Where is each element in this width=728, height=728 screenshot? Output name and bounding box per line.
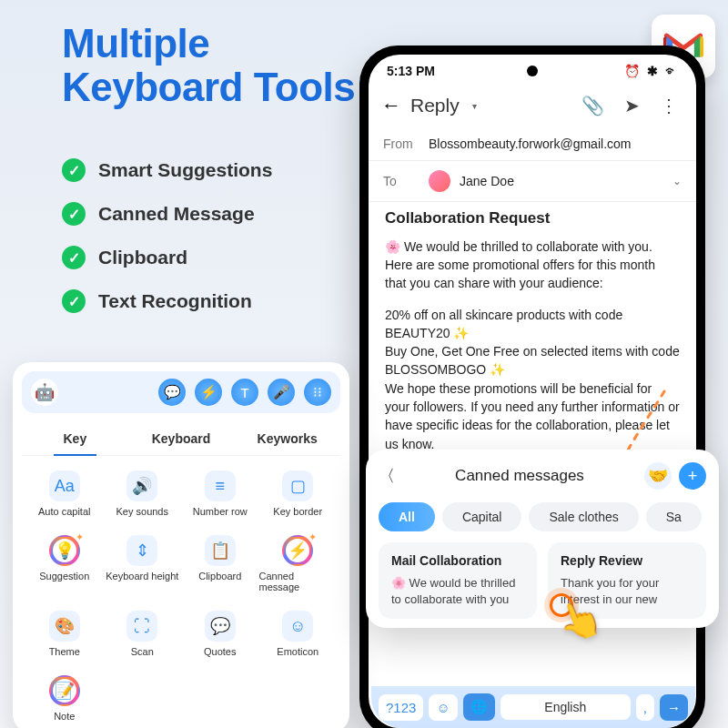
status-time: 5:13 PM xyxy=(387,64,435,78)
kb-tool-label: Scan xyxy=(131,646,154,657)
globe-key[interactable]: 🌐 xyxy=(463,693,495,721)
scan-icon: ⛶ xyxy=(126,611,157,642)
chat-icon[interactable]: 💬 xyxy=(158,379,186,406)
kb-tool-note[interactable]: 📝Note xyxy=(25,672,104,728)
number-row-icon: ≡ xyxy=(205,470,236,501)
check-icon xyxy=(62,289,86,313)
key-border-icon: ▢ xyxy=(282,470,313,501)
phone-camera-notch xyxy=(527,66,538,76)
keyboard-bottom-row: ?123 ☺ 🌐 English , → xyxy=(371,686,695,728)
robot-icon[interactable]: 🤖 xyxy=(31,379,58,406)
send-icon[interactable]: ➤ xyxy=(619,91,645,120)
chip-all[interactable]: All xyxy=(379,502,435,531)
text-icon[interactable]: T xyxy=(231,379,258,406)
keyboard-tools-grid: AaAuto capital🔊Key sounds≡Number row▢Key… xyxy=(22,456,340,728)
chip-sale-clothes[interactable]: Sale clothes xyxy=(529,502,638,531)
canned-cards: Mail Collaboration🌸 We would be thrilled… xyxy=(379,542,706,619)
auto-capital-icon: Aa xyxy=(49,470,80,501)
bullet-clipboard: Clipboard xyxy=(62,246,272,269)
kb-tool-label: Canned message xyxy=(259,571,338,592)
chip-sa[interactable]: Sa xyxy=(646,502,702,531)
feature-bullet-list: Smart Suggestions Canned Message Clipboa… xyxy=(62,158,272,313)
check-icon xyxy=(62,202,86,226)
kb-tool-canned-message[interactable]: ⚡Canned message xyxy=(259,531,338,602)
sparkle-icon xyxy=(76,531,84,543)
kb-tool-label: Key sounds xyxy=(116,506,168,517)
compose-app-bar: ← Reply ▾ 📎 ➤ ⋮ xyxy=(369,87,696,127)
emoji-key[interactable]: ☺ xyxy=(429,694,457,721)
kb-tool-key-border[interactable]: ▢Key border xyxy=(259,467,338,526)
grid-icon[interactable]: ⁝⁝ xyxy=(304,379,331,406)
kb-tool-label: Keyboard height xyxy=(106,571,178,581)
canned-message-icon: ⚡ xyxy=(282,535,313,566)
back-icon[interactable]: ← xyxy=(381,94,401,117)
canned-card[interactable]: Mail Collaboration🌸 We would be thrilled… xyxy=(379,542,537,619)
spacebar[interactable]: English xyxy=(500,694,631,720)
kb-tool-quotes[interactable]: 💬Quotes xyxy=(181,607,259,666)
wifi-icon: ᯤ xyxy=(665,64,678,78)
check-icon xyxy=(62,158,86,182)
kb-tool-theme[interactable]: 🎨Theme xyxy=(25,607,104,666)
canned-title: Canned messages xyxy=(402,467,637,485)
email-subject: Collaboration Request xyxy=(385,207,680,230)
bluetooth-icon: ✱ xyxy=(647,64,658,78)
add-button[interactable]: + xyxy=(679,462,706,490)
bullet-canned-message: Canned Message xyxy=(62,202,272,226)
tab-keyworks[interactable]: Keyworks xyxy=(234,422,340,455)
card-body: 🌸 We would be thrilled to collaborate wi… xyxy=(391,575,524,608)
canned-messages-panel: 〈 Canned messages 🤝 + AllCapitalSale clo… xyxy=(366,450,719,628)
keyboard-height-icon: ⇕ xyxy=(126,535,157,566)
alarm-icon: ⏰ xyxy=(624,64,640,78)
to-field[interactable]: To Jane Doe ⌄ xyxy=(369,160,696,202)
kb-tool-suggestion[interactable]: 💡Suggestion xyxy=(25,531,104,602)
hero-title: Multiple Keyboard Tools xyxy=(62,22,355,110)
bullet-smart-suggestions: Smart Suggestions xyxy=(62,158,272,182)
kb-tool-label: Emoticon xyxy=(277,646,318,657)
kb-tool-key-sounds[interactable]: 🔊Key sounds xyxy=(104,467,182,526)
theme-icon: 🎨 xyxy=(49,611,80,642)
chevron-down-icon[interactable]: ⌄ xyxy=(672,175,682,187)
tab-keyboard[interactable]: Keyboard xyxy=(128,422,235,455)
card-title: Mail Collaboration xyxy=(391,553,524,568)
card-title: Reply Review xyxy=(561,553,693,568)
kb-tool-clipboard[interactable]: 📋Clipboard xyxy=(181,531,259,602)
emoticon-icon: ☺ xyxy=(282,611,313,642)
from-field[interactable]: From Blossombeauty.forwork@gmail.com xyxy=(369,127,696,160)
key-sounds-icon: 🔊 xyxy=(126,470,157,501)
kb-tool-label: Number row xyxy=(193,506,248,517)
kb-tool-label: Auto capital xyxy=(38,506,90,517)
reply-dropdown[interactable]: Reply xyxy=(410,95,460,116)
kb-tool-scan[interactable]: ⛶Scan xyxy=(104,607,182,666)
quotes-icon: 💬 xyxy=(205,611,236,642)
bullet-text-recognition: Text Recognition xyxy=(62,289,272,313)
kb-tool-number-row[interactable]: ≡Number row xyxy=(181,467,259,526)
kb-tool-label: Clipboard xyxy=(198,571,241,581)
clipboard-icon: 📋 xyxy=(205,535,236,566)
bolt-icon[interactable]: ⚡ xyxy=(195,379,222,406)
kb-tool-label: Quotes xyxy=(204,646,236,657)
kb-tool-keyboard-height[interactable]: ⇕Keyboard height xyxy=(104,531,182,602)
mic-icon[interactable]: 🎤 xyxy=(268,379,295,406)
back-icon[interactable]: 〈 xyxy=(379,465,395,487)
handshake-icon[interactable]: 🤝 xyxy=(644,462,672,490)
sparkle-icon xyxy=(308,531,317,543)
kb-tool-label: Theme xyxy=(49,646,80,657)
tab-key[interactable]: Key xyxy=(22,422,128,455)
chevron-down-icon[interactable]: ▾ xyxy=(472,101,477,111)
kb-tool-label: Note xyxy=(54,711,75,722)
check-icon xyxy=(62,246,86,269)
kb-tool-emoticon[interactable]: ☺Emoticon xyxy=(259,607,338,666)
comma-key[interactable]: , xyxy=(636,694,654,721)
note-icon: 📝 xyxy=(49,675,80,706)
symbols-key[interactable]: ?123 xyxy=(379,694,423,721)
recipient-avatar xyxy=(429,170,450,192)
kb-tool-label: Suggestion xyxy=(39,571,89,581)
keyboard-tabs: Key Keyboard Keyworks xyxy=(22,422,340,456)
kb-tool-label: Key border xyxy=(273,506,322,517)
attach-icon[interactable]: 📎 xyxy=(576,91,610,120)
category-chips: AllCapitalSale clothesSa xyxy=(379,502,706,531)
enter-key[interactable]: → xyxy=(660,694,688,721)
kb-tool-auto-capital[interactable]: AaAuto capital xyxy=(25,467,104,526)
more-icon[interactable]: ⋮ xyxy=(654,91,683,120)
chip-capital[interactable]: Capital xyxy=(442,502,522,531)
